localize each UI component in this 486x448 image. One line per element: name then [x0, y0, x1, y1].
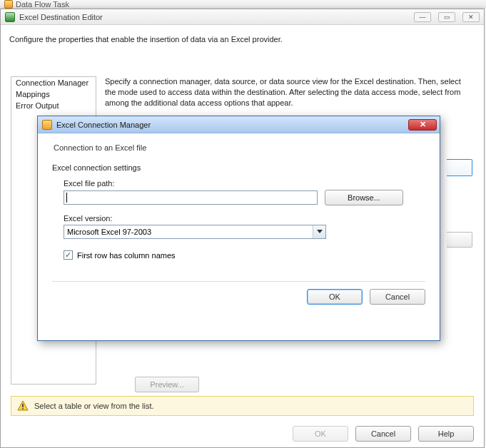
modal-ok-button[interactable]: OK: [307, 289, 363, 305]
version-select[interactable]: Microsoft Excel 97-2003: [64, 225, 326, 239]
svg-rect-1: [22, 404, 24, 407]
first-row-checkbox[interactable]: ✓: [64, 250, 73, 260]
main-titlebar[interactable]: Excel Destination Editor — ▭ ✕: [1, 9, 484, 25]
chevron-down-icon: [313, 225, 325, 238]
preview-button[interactable]: Preview...: [135, 377, 199, 392]
svg-marker-3: [317, 230, 323, 233]
warning-bar: Select a table or view from the list.: [11, 396, 474, 416]
text-caret: [66, 193, 67, 203]
help-button[interactable]: Help: [418, 426, 474, 442]
separator: [52, 281, 425, 282]
modal-title: Excel Connection Manager: [56, 121, 151, 129]
file-path-input[interactable]: [64, 190, 318, 205]
nav-item-mappings[interactable]: Mappings: [11, 88, 96, 100]
intro-text: Configure the properties that enable the…: [1, 25, 484, 51]
modal-close-button[interactable]: ✕: [408, 119, 437, 131]
main-window-title: Excel Destination Editor: [19, 13, 103, 21]
nav-item-error-output[interactable]: Error Output: [11, 100, 96, 111]
first-row-label: First row has column names: [77, 251, 176, 260]
close-icon: ✕: [420, 120, 426, 129]
parent-window-icon: [4, 0, 13, 9]
parent-window-title: Data Flow Task: [16, 0, 69, 9]
version-label: Excel version:: [64, 214, 425, 223]
file-path-label: Excel file path:: [64, 179, 425, 188]
preview-button-label: Preview...: [150, 380, 184, 389]
settings-section-label: Excel connection settings: [52, 163, 425, 176]
parent-window-titlebar: Data Flow Task: [0, 0, 486, 9]
ok-button: OK: [293, 426, 348, 442]
warning-text: Select a table or view from the list.: [34, 402, 154, 410]
minimize-button[interactable]: —: [414, 12, 431, 22]
maximize-button[interactable]: ▭: [438, 12, 455, 22]
nav-item-connection-manager[interactable]: Connection Manager: [11, 77, 96, 88]
close-button[interactable]: ✕: [462, 12, 480, 22]
svg-rect-2: [22, 408, 24, 409]
excel-connection-manager-dialog: Excel Connection Manager ✕ Connection to…: [37, 116, 440, 341]
new-button-partial-2[interactable]: [447, 232, 472, 248]
version-select-value: Microsoft Excel 97-2003: [67, 228, 151, 236]
cancel-button[interactable]: Cancel: [355, 426, 411, 442]
new-button-partial[interactable]: [447, 159, 472, 176]
browse-button-label: Browse...: [348, 193, 380, 202]
modal-cancel-button[interactable]: Cancel: [370, 289, 425, 305]
excel-destination-icon: [5, 12, 15, 22]
modal-subtitle: Connection to an Excel file: [52, 142, 425, 163]
browse-button[interactable]: Browse...: [325, 190, 403, 205]
connection-manager-icon: [42, 120, 52, 130]
warning-icon: [17, 400, 29, 412]
modal-titlebar[interactable]: Excel Connection Manager ✕: [38, 116, 440, 133]
checkmark-icon: ✓: [65, 251, 71, 259]
